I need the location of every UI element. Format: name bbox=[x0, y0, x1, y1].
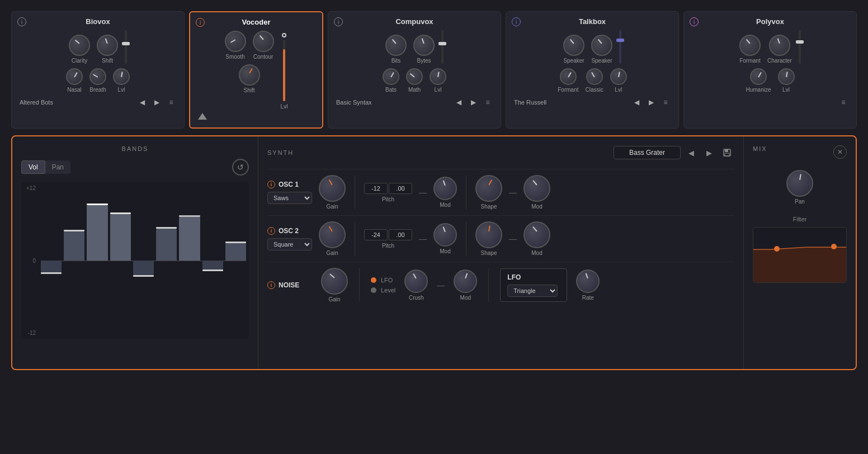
clarity-knob[interactable] bbox=[69, 35, 90, 56]
shift-knob[interactable] bbox=[97, 35, 118, 56]
vocoder-level-group: Lvl bbox=[281, 31, 288, 110]
osc1-gain-knob[interactable] bbox=[319, 175, 346, 202]
osc1-wave-select[interactable]: Saws bbox=[267, 192, 312, 204]
band-bar-3[interactable] bbox=[87, 188, 107, 333]
compuvox-lvl-knob[interactable] bbox=[430, 68, 446, 85]
noise-info-icon[interactable]: i bbox=[267, 281, 275, 289]
filter-label: Filter bbox=[753, 216, 847, 223]
osc2-shape-knob[interactable] bbox=[475, 221, 502, 248]
polyvox-slider bbox=[799, 30, 801, 64]
compuvox-slider-track[interactable] bbox=[441, 30, 444, 64]
osc1-pitch-coarse[interactable] bbox=[364, 183, 388, 194]
synth-prev-btn[interactable]: ◀ bbox=[684, 145, 699, 160]
compuvox-eq-btn[interactable]: ≡ bbox=[483, 97, 493, 107]
osc1-info-icon[interactable]: i bbox=[267, 181, 275, 188]
vocoder-panel: i Vocoder Smooth bbox=[189, 11, 323, 129]
math-knob[interactable] bbox=[406, 68, 423, 85]
synth-save-btn[interactable] bbox=[720, 145, 734, 160]
lfo-rate-knob[interactable] bbox=[576, 269, 600, 293]
synth-next-btn[interactable]: ▶ bbox=[702, 145, 716, 160]
compuvox-info-icon[interactable]: i bbox=[334, 17, 343, 26]
vocoder-level-track[interactable] bbox=[283, 40, 285, 101]
band-bar-5[interactable] bbox=[133, 188, 154, 333]
talkbox-lvl-knob[interactable] bbox=[610, 68, 627, 85]
vocoder-info-icon[interactable]: i bbox=[196, 18, 205, 27]
talkbox-next-btn[interactable]: ▶ bbox=[646, 97, 656, 107]
osc1-pitch-fine[interactable] bbox=[389, 183, 412, 194]
filter-display[interactable] bbox=[753, 227, 847, 283]
bytes-group: Bytes bbox=[413, 35, 435, 64]
osc2-shape-mod-knob[interactable] bbox=[523, 221, 550, 248]
reset-btn[interactable]: ↺ bbox=[232, 159, 249, 176]
nasal-knob[interactable] bbox=[66, 68, 83, 85]
bytes-knob[interactable] bbox=[413, 35, 435, 56]
vocoder-level-dot bbox=[282, 33, 286, 37]
humanize-knob[interactable] bbox=[750, 68, 767, 85]
biovox-eq-btn[interactable]: ≡ bbox=[166, 97, 176, 107]
osc1-mod-knob[interactable] bbox=[433, 177, 457, 200]
noise-crush-label: Crush bbox=[409, 295, 424, 301]
vol-btn[interactable]: Vol bbox=[21, 160, 45, 174]
osc2-wave-select[interactable]: Square bbox=[267, 238, 312, 250]
vocoder-shift-knob[interactable] bbox=[239, 64, 260, 86]
band-bar-2[interactable] bbox=[64, 188, 84, 333]
osc2-header: i OSC 2 Square bbox=[267, 227, 312, 250]
polyvox-info-icon[interactable]: i bbox=[690, 17, 699, 26]
band-bar-1[interactable] bbox=[41, 188, 62, 333]
svg-rect-1 bbox=[725, 149, 728, 152]
compuvox-prev-btn[interactable]: ◀ bbox=[454, 97, 464, 107]
osc2-gain-knob[interactable] bbox=[319, 221, 346, 248]
breath-knob[interactable] bbox=[89, 68, 106, 85]
talkbox-speaker1-knob[interactable] bbox=[563, 35, 584, 56]
talkbox-eq-btn[interactable]: ≡ bbox=[661, 97, 671, 107]
talkbox-prev-btn[interactable]: ◀ bbox=[631, 97, 641, 107]
bits-knob[interactable] bbox=[385, 35, 407, 56]
classic-knob[interactable] bbox=[586, 68, 603, 85]
polyvox-eq-btn[interactable]: ≡ bbox=[838, 97, 848, 107]
band-bar-9[interactable] bbox=[225, 188, 246, 333]
bats-knob[interactable] bbox=[383, 68, 399, 85]
band-bar-6[interactable] bbox=[156, 188, 177, 333]
biovox-prev-btn[interactable]: ◀ bbox=[137, 97, 147, 107]
mix-close-btn[interactable]: ✕ bbox=[833, 145, 847, 159]
biovox-info-icon[interactable]: i bbox=[17, 17, 26, 26]
talkbox-info-icon[interactable]: i bbox=[512, 17, 521, 26]
synth-preset-name: Bass Grater bbox=[614, 146, 681, 159]
talkbox-preset-name: The Russell bbox=[514, 99, 627, 106]
compuvox-next-btn[interactable]: ▶ bbox=[468, 97, 478, 107]
noise-crush-knob[interactable] bbox=[404, 269, 428, 293]
band-bar-4[interactable] bbox=[110, 188, 131, 333]
noise-gain-knob[interactable] bbox=[321, 268, 348, 295]
lfo-type-select[interactable]: Triangle bbox=[507, 285, 558, 297]
compuvox-panel: i Compuvox Bits Bytes bbox=[328, 11, 501, 129]
band-bar-8[interactable] bbox=[202, 188, 223, 333]
compuvox-lvl-label: Lvl bbox=[435, 87, 442, 93]
osc2-pitch-coarse[interactable] bbox=[364, 229, 388, 240]
character-knob[interactable] bbox=[769, 35, 790, 56]
pan-btn[interactable]: Pan bbox=[45, 160, 70, 174]
osc2-mod-knob[interactable] bbox=[433, 223, 457, 247]
talkbox-slider-track[interactable] bbox=[619, 30, 621, 64]
band-bar-7[interactable] bbox=[179, 188, 200, 333]
character-group: Character bbox=[767, 35, 792, 64]
contour-knob[interactable] bbox=[253, 31, 274, 52]
formant-knob[interactable] bbox=[739, 35, 761, 56]
biovox-next-btn[interactable]: ▶ bbox=[152, 97, 162, 107]
osc2-pitch-fine[interactable] bbox=[389, 229, 412, 240]
biovox-slider-track[interactable] bbox=[125, 30, 127, 64]
smooth-knob[interactable] bbox=[225, 31, 246, 52]
talkbox-formant-knob[interactable] bbox=[560, 68, 577, 85]
talkbox-speaker2-knob[interactable] bbox=[591, 35, 612, 56]
biovox-lvl-knob[interactable] bbox=[113, 68, 130, 85]
vocoder-arrow-btn[interactable] bbox=[198, 113, 207, 122]
osc2-info-icon[interactable]: i bbox=[267, 227, 275, 235]
polyvox-lvl-knob[interactable] bbox=[778, 68, 795, 85]
osc1-shape-mod-knob[interactable] bbox=[523, 175, 550, 202]
shift-group: Shift bbox=[97, 35, 118, 64]
lfo-rate-label: Rate bbox=[582, 295, 594, 301]
noise-mod-knob[interactable] bbox=[454, 269, 477, 293]
mix-pan-knob[interactable] bbox=[786, 170, 813, 197]
filter-dot-left[interactable] bbox=[774, 246, 780, 252]
polyvox-slider-track[interactable] bbox=[799, 30, 801, 64]
osc1-shape-knob[interactable] bbox=[475, 175, 502, 202]
